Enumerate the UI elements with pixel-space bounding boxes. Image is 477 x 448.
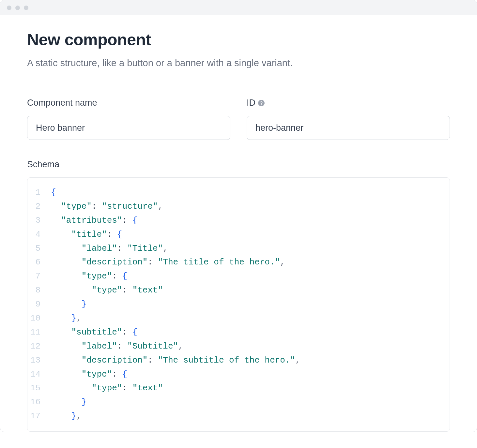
maximize-icon[interactable] (24, 6, 28, 10)
code-line[interactable]: 11 "subtitle": { (27, 325, 450, 339)
component-id-label: ID (247, 98, 255, 108)
line-number: 10 (27, 311, 51, 325)
code-line[interactable]: 6 "description": "The title of the hero.… (27, 255, 450, 269)
window-titlebar (0, 0, 477, 15)
line-number: 9 (27, 297, 51, 311)
code-content[interactable]: } (51, 395, 86, 409)
line-number: 15 (27, 381, 51, 395)
minimize-icon[interactable] (15, 6, 20, 10)
component-id-input[interactable] (247, 116, 450, 140)
code-content[interactable]: "description": "The title of the hero.", (51, 255, 285, 269)
line-number: 6 (27, 255, 51, 269)
schema-editor[interactable]: 1{2 "type": "structure",3 "attributes": … (27, 177, 450, 432)
schema-label: Schema (27, 159, 450, 170)
line-number: 14 (27, 367, 51, 381)
code-content[interactable]: "title": { (51, 228, 122, 242)
line-number: 1 (27, 186, 51, 200)
code-line[interactable]: 7 "type": { (27, 269, 450, 283)
code-line[interactable]: 8 "type": "text" (27, 283, 450, 297)
code-content[interactable]: { (51, 186, 56, 200)
code-line[interactable]: 13 "description": "The subtitle of the h… (27, 353, 450, 367)
line-number: 3 (27, 214, 51, 228)
page-subtitle: A static structure, like a button or a b… (27, 58, 450, 68)
help-icon[interactable]: ? (258, 100, 265, 106)
code-content[interactable]: "subtitle": { (51, 325, 137, 339)
code-content[interactable]: "type": { (51, 269, 127, 283)
code-line[interactable]: 4 "title": { (27, 228, 450, 242)
code-content[interactable]: "label": "Subtitle", (51, 339, 183, 353)
code-content[interactable]: "attributes": { (51, 214, 137, 228)
line-number: 7 (27, 269, 51, 283)
line-number: 11 (27, 325, 51, 339)
line-number: 12 (27, 339, 51, 353)
code-content[interactable]: }, (51, 409, 82, 423)
code-content[interactable]: "type": "text" (51, 381, 163, 395)
line-number: 4 (27, 228, 51, 242)
component-id-group: ID ? (247, 98, 450, 140)
code-line[interactable]: 14 "type": { (27, 367, 450, 381)
code-content[interactable]: } (51, 297, 86, 311)
code-line[interactable]: 12 "label": "Subtitle", (27, 339, 450, 353)
code-line[interactable]: 2 "type": "structure", (27, 200, 450, 214)
component-name-input[interactable] (27, 116, 230, 140)
line-number: 8 (27, 283, 51, 297)
code-line[interactable]: 15 "type": "text" (27, 381, 450, 395)
page-title: New component (27, 30, 450, 49)
code-line[interactable]: 10 }, (27, 311, 450, 325)
code-line[interactable]: 1{ (27, 186, 450, 200)
line-number: 16 (27, 395, 51, 409)
code-content[interactable]: "label": "Title", (51, 242, 168, 256)
line-number: 2 (27, 200, 51, 214)
code-line[interactable]: 9 } (27, 297, 450, 311)
code-content[interactable]: }, (51, 311, 82, 325)
code-content[interactable]: "type": { (51, 367, 127, 381)
code-line[interactable]: 5 "label": "Title", (27, 242, 450, 256)
code-content[interactable]: "description": "The subtitle of the hero… (51, 353, 300, 367)
line-number: 13 (27, 353, 51, 367)
line-number: 5 (27, 242, 51, 256)
app-window: New component A static structure, like a… (0, 0, 477, 432)
close-icon[interactable] (7, 6, 11, 10)
line-number: 17 (27, 409, 51, 423)
code-line[interactable]: 17 }, (27, 409, 450, 423)
form-row: Component name ID ? (27, 98, 450, 140)
page-content: New component A static structure, like a… (0, 15, 477, 432)
component-name-label: Component name (27, 98, 97, 108)
code-line[interactable]: 3 "attributes": { (27, 214, 450, 228)
code-content[interactable]: "type": "structure", (51, 200, 163, 214)
component-name-group: Component name (27, 98, 230, 140)
code-line[interactable]: 16 } (27, 395, 450, 409)
code-content[interactable]: "type": "text" (51, 283, 163, 297)
